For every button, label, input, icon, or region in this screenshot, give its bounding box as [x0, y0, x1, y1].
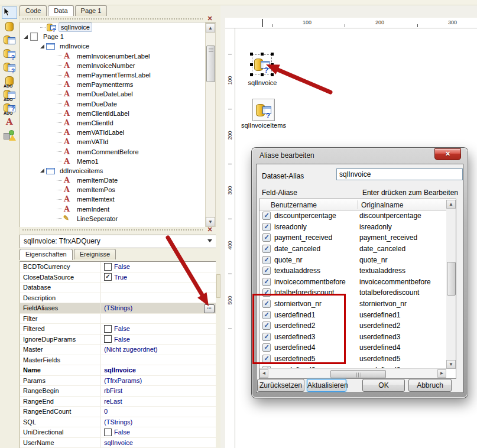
- text-object-icon[interactable]: A: [2, 115, 17, 128]
- property-value[interactable]: (TfrxParams): [101, 377, 216, 384]
- property-value[interactable]: (Nicht zugeordnet): [101, 346, 216, 353]
- property-row[interactable]: Description: [20, 293, 216, 304]
- property-checkbox[interactable]: [104, 335, 112, 343]
- property-value[interactable]: False: [101, 325, 216, 333]
- property-value[interactable]: (TStrings): [101, 304, 216, 311]
- row-checkbox[interactable]: ✓: [262, 233, 271, 242]
- property-row[interactable]: UniDirectionalFalse: [20, 427, 216, 438]
- property-value[interactable]: False: [101, 263, 216, 271]
- property-row[interactable]: Database: [20, 283, 216, 293]
- row-checkbox[interactable]: ✓: [262, 212, 271, 220]
- panel-splitter[interactable]: [216, 5, 220, 448]
- ado-query-object-icon[interactable]: ?ADO: [2, 102, 17, 114]
- tab-eigenschaften[interactable]: Eigenschaften: [20, 249, 73, 260]
- tree-panel-gripper[interactable]: ✕: [20, 16, 216, 22]
- tab-page1[interactable]: Page 1: [75, 5, 108, 16]
- expanded-triangle-icon[interactable]: [40, 44, 44, 48]
- column-header-benutzername[interactable]: Benutzername: [271, 201, 317, 209]
- db-query-object-2-icon[interactable]: ?: [2, 61, 17, 73]
- row-checkbox[interactable]: ✓: [262, 223, 271, 231]
- property-value[interactable]: False: [101, 428, 216, 436]
- reset-button[interactable]: Zurücksetzen: [257, 379, 304, 392]
- property-row[interactable]: Params(TfrxParams): [20, 376, 216, 387]
- dataset-alias-input[interactable]: [336, 168, 463, 180]
- list-horizontal-scrollbar[interactable]: ◄ ►: [259, 368, 446, 378]
- tree-item[interactable]: AmemPaymentTermsLabel: [20, 70, 216, 80]
- tree-item[interactable]: ddInvoiceitems: [20, 166, 216, 176]
- scroll-down-icon[interactable]: ▼: [206, 217, 215, 226]
- field-alias-row[interactable]: ✓textualaddresstextualaddress: [259, 265, 446, 277]
- property-row[interactable]: RangeEndreLast: [20, 397, 216, 407]
- tree-item[interactable]: AmemPaymentterms: [20, 80, 216, 89]
- property-row[interactable]: BCDToCurrencyFalse: [20, 262, 216, 272]
- tab-data[interactable]: Data: [48, 5, 73, 17]
- tree-item[interactable]: ✎LineSeperator: [20, 214, 216, 223]
- property-checkbox[interactable]: [104, 263, 112, 271]
- property-value[interactable]: ✓True: [101, 273, 216, 281]
- tree-item[interactable]: AmemDueDateLabel: [20, 89, 216, 99]
- tree-item[interactable]: AmemItemDate: [20, 176, 216, 185]
- db-query-object-icon[interactable]: ?: [2, 47, 17, 60]
- property-row[interactable]: FilteredFalse: [20, 324, 216, 335]
- field-alias-row[interactable]: ✓payment_receivedpayment_received: [259, 232, 446, 244]
- tree-item[interactable]: AmemItemtext: [20, 194, 216, 204]
- property-row[interactable]: Master(Nicht zugeordnet): [20, 345, 216, 355]
- refresh-button[interactable]: Aktualisieren: [307, 379, 346, 392]
- ellipsis-editor-button[interactable]: ...: [204, 304, 215, 313]
- property-row[interactable]: Filter: [20, 314, 216, 324]
- chevron-down-icon[interactable]: [207, 239, 212, 242]
- scroll-up-icon[interactable]: ▲: [446, 200, 456, 209]
- object-selector-combobox[interactable]: sqlInvoice: TfrxADQuery: [20, 235, 216, 248]
- row-checkbox[interactable]: ✓: [262, 245, 271, 253]
- tree-item[interactable]: mdInvoice: [20, 41, 216, 51]
- property-checkbox[interactable]: ✓: [104, 273, 112, 281]
- ok-button[interactable]: OK: [362, 379, 405, 392]
- tree-item[interactable]: AmemCommentBefore: [20, 147, 216, 156]
- property-row[interactable]: RangeEndCount0: [20, 407, 216, 417]
- field-alias-row[interactable]: ✓isreadonlyisreadonly: [259, 222, 446, 233]
- tree-item[interactable]: AmemInvoicenumberLabel: [20, 51, 216, 61]
- scroll-right-icon[interactable]: ►: [437, 369, 446, 378]
- property-value[interactable]: (TStrings): [101, 418, 216, 426]
- row-checkbox[interactable]: ✓: [262, 256, 271, 264]
- tree-item[interactable]: AmemInvoiceNumber: [20, 61, 216, 70]
- tree-item[interactable]: AmemClientId: [20, 118, 216, 128]
- tree-item[interactable]: AmemVATIdLabel: [20, 128, 216, 137]
- db-table-object-icon[interactable]: [2, 34, 17, 46]
- property-value[interactable]: False: [101, 335, 216, 343]
- row-checkbox[interactable]: ✓: [262, 278, 271, 286]
- dialog-close-button[interactable]: ✕: [434, 148, 461, 160]
- tab-code[interactable]: Code: [20, 5, 47, 16]
- tree-item[interactable]: ?sqlInvoice: [20, 22, 216, 32]
- tab-ereignisse[interactable]: Ereignisse: [74, 249, 116, 259]
- tree-item[interactable]: AmemDueDate: [20, 99, 216, 109]
- dialog-controls-object-icon[interactable]: [2, 129, 17, 141]
- inspector-panel-gripper[interactable]: ✕: [20, 227, 216, 233]
- ado-database-object-icon[interactable]: ADO: [2, 74, 17, 87]
- field-alias-row[interactable]: ✓invoicecommentbeforeinvoicecommentbefor…: [259, 277, 446, 288]
- property-value[interactable]: sqlInvoice: [101, 366, 216, 374]
- property-value[interactable]: 0: [101, 408, 216, 415]
- tree-item[interactable]: AmemVATId: [20, 137, 216, 147]
- database-object-icon[interactable]: [2, 20, 17, 33]
- scroll-left-icon[interactable]: ◄: [259, 369, 268, 378]
- list-vertical-scrollbar[interactable]: ▲ ▼: [446, 200, 456, 369]
- property-checkbox[interactable]: [104, 325, 112, 333]
- tree-scrollbar[interactable]: ▲ ▼: [205, 22, 216, 227]
- splitter-grip[interactable]: [216, 274, 220, 298]
- property-row[interactable]: SQL(TStrings): [20, 417, 216, 428]
- ado-table-object-icon[interactable]: ADO: [2, 88, 17, 100]
- property-row[interactable]: RangeBeginrbFirst: [20, 386, 216, 397]
- select-tool-icon[interactable]: [2, 7, 17, 19]
- property-value[interactable]: reLast: [101, 398, 216, 405]
- tree-scroll-thumb[interactable]: [206, 46, 215, 82]
- property-row[interactable]: IgnoreDupParamsFalse: [20, 335, 216, 345]
- list-vscroll-thumb[interactable]: [447, 262, 456, 296]
- property-row[interactable]: FieldAliases(TStrings)...: [20, 303, 216, 314]
- tree-item[interactable]: AmemIndent: [20, 204, 216, 214]
- tree-item[interactable]: Page 1: [20, 32, 216, 41]
- list-hscroll-thumb[interactable]: [330, 370, 386, 378]
- tree-item[interactable]: AmemClientIdLabel: [20, 109, 216, 118]
- property-row[interactable]: UserNamesqlInvoice: [20, 438, 216, 448]
- property-value[interactable]: rbFirst: [101, 387, 216, 394]
